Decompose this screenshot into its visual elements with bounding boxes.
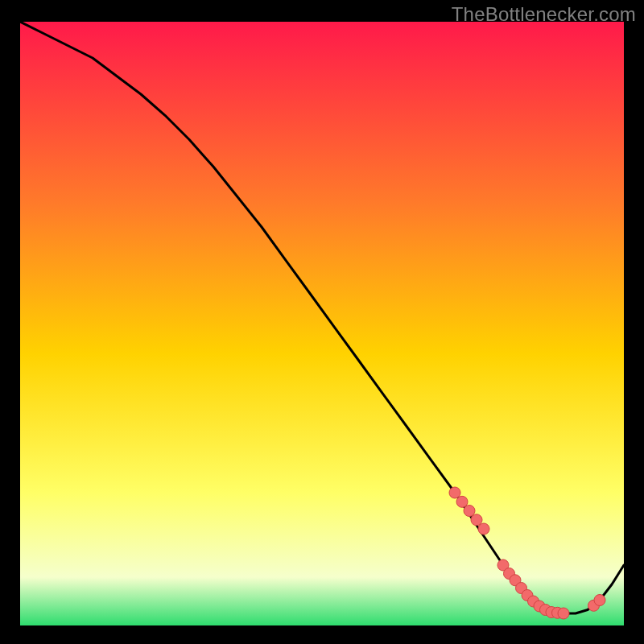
plot-area: [20, 22, 624, 625]
data-marker: [594, 595, 605, 606]
data-marker: [456, 496, 468, 507]
data-marker: [449, 487, 460, 498]
gradient-background: [20, 22, 624, 625]
chart-frame: TheBottlenecker.com: [0, 0, 644, 644]
data-marker: [558, 608, 569, 619]
watermark-text: TheBottlenecker.com: [452, 3, 636, 26]
data-marker: [464, 506, 475, 517]
chart-svg: [20, 22, 624, 625]
data-marker: [471, 514, 482, 526]
data-marker: [478, 523, 489, 535]
